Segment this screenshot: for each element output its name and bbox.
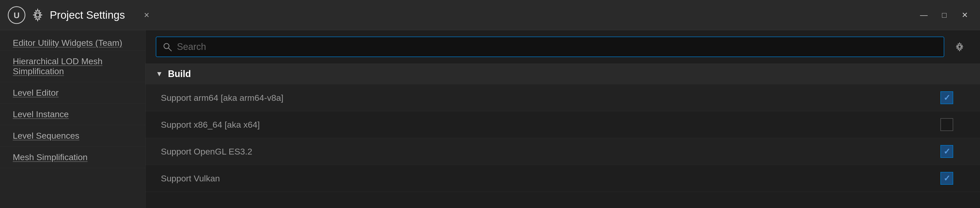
- settings-gear-button[interactable]: [949, 37, 970, 57]
- checkbox-support-opengl-es32[interactable]: [940, 145, 953, 158]
- ue-logo-icon: U: [8, 6, 25, 24]
- sidebar-item-level-sequences[interactable]: Level Sequences: [0, 125, 145, 147]
- settings-row: Support Vulkan: [146, 165, 980, 192]
- sidebar-item-mesh-simplification[interactable]: Mesh Simplification: [0, 147, 145, 168]
- title-bar-left: U Project Settings ×: [8, 6, 153, 24]
- minimize-button[interactable]: —: [916, 9, 931, 21]
- close-window-button[interactable]: ✕: [957, 9, 972, 21]
- checkbox-support-arm64[interactable]: [940, 91, 953, 104]
- svg-text:U: U: [14, 11, 19, 20]
- search-icon: [163, 42, 172, 51]
- setting-label-support-opengl-es32: Support OpenGL ES3.2: [161, 147, 939, 157]
- maximize-button[interactable]: □: [937, 9, 952, 21]
- window-controls: — □ ✕: [916, 9, 972, 21]
- sidebar-item-editor-utility-widgets[interactable]: Editor Utility Widgets (Team): [0, 35, 145, 51]
- title-bar: U Project Settings × — □ ✕: [0, 0, 980, 30]
- svg-point-5: [958, 45, 961, 48]
- svg-point-2: [36, 13, 40, 17]
- sidebar: Editor Utility Widgets (Team) Hierarchic…: [0, 30, 146, 208]
- checkbox-support-vulkan[interactable]: [940, 172, 953, 185]
- checkbox-container-support-arm64[interactable]: [939, 90, 955, 106]
- sidebar-item-level-editor[interactable]: Level Editor: [0, 82, 145, 104]
- checkbox-container-support-vulkan[interactable]: [939, 171, 955, 186]
- checkbox-container-support-x86-64[interactable]: [939, 117, 955, 132]
- setting-label-support-arm64: Support arm64 [aka arm64-v8a]: [161, 93, 939, 103]
- window-title: Project Settings: [50, 9, 125, 21]
- main-content: Editor Utility Widgets (Team) Hierarchic…: [0, 30, 980, 208]
- build-section-title: Build: [168, 69, 191, 79]
- sidebar-item-hierarchical-lod-mesh[interactable]: Hierarchical LOD Mesh Simplification: [0, 51, 145, 82]
- svg-line-4: [169, 48, 171, 51]
- search-wrapper: [156, 37, 944, 57]
- build-section-header: ▼ Build: [146, 64, 980, 85]
- checkbox-container-support-opengl-es32[interactable]: [939, 144, 955, 159]
- setting-label-support-x86-64: Support x86_64 [aka x64]: [161, 120, 939, 130]
- settings-row: Support arm64 [aka arm64-v8a]: [146, 85, 980, 111]
- settings-rows-container: Support arm64 [aka arm64-v8a]Support x86…: [146, 85, 980, 192]
- right-panel: ▼ Build Support arm64 [aka arm64-v8a]Sup…: [146, 30, 980, 208]
- search-input[interactable]: [177, 42, 937, 52]
- setting-label-support-vulkan: Support Vulkan: [161, 173, 939, 184]
- settings-gear-icon: [31, 8, 45, 22]
- settings-row: Support OpenGL ES3.2: [146, 138, 980, 165]
- tab-close-button[interactable]: ×: [140, 9, 153, 21]
- section-chevron-icon: ▼: [156, 70, 163, 78]
- settings-content: ▼ Build Support arm64 [aka arm64-v8a]Sup…: [146, 64, 980, 208]
- search-bar-container: [146, 30, 980, 64]
- sidebar-item-level-instance[interactable]: Level Instance: [0, 104, 145, 125]
- settings-row: Support x86_64 [aka x64]: [146, 111, 980, 138]
- checkbox-support-x86-64[interactable]: [940, 118, 953, 131]
- gear-icon: [955, 42, 965, 52]
